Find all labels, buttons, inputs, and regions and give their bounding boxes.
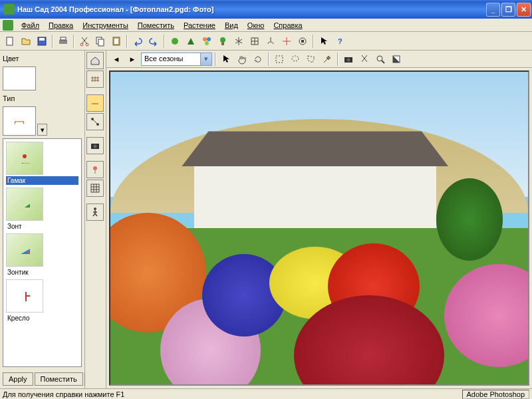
status-help-text: Для получения справки нажмите F1 <box>3 390 124 398</box>
svg-point-38 <box>93 166 97 170</box>
maximize-button[interactable]: ❐ <box>501 3 515 17</box>
type-preview[interactable] <box>3 106 36 136</box>
flower-tool[interactable] <box>86 161 104 178</box>
menubar: Файл Правка Инструменты Поместить Растен… <box>0 19 532 32</box>
color-label: Цвет <box>3 53 82 64</box>
canvas-area: ◄ ► Все сезоны ▾ <box>106 51 532 388</box>
undo-button[interactable] <box>130 34 145 49</box>
tool-5[interactable] <box>231 34 246 49</box>
minimize-button[interactable]: _ <box>486 3 500 17</box>
tool-4[interactable] <box>215 34 230 49</box>
nav-back-button[interactable]: ◄ <box>109 52 124 66</box>
tool-3[interactable] <box>200 34 214 49</box>
camera-icon[interactable] <box>341 52 356 66</box>
copy-button[interactable] <box>93 34 108 49</box>
menu-edit[interactable]: Правка <box>45 20 77 31</box>
item-label: Гамак <box>6 176 78 185</box>
scissors-icon[interactable] <box>357 52 372 66</box>
pointer-tool[interactable] <box>219 52 233 66</box>
save-button[interactable] <box>35 34 49 49</box>
svg-text:?: ? <box>338 37 342 45</box>
svg-point-13 <box>207 37 211 41</box>
help-button[interactable]: ? <box>332 34 347 49</box>
fence-tool[interactable] <box>86 70 104 88</box>
place-button[interactable]: Поместить <box>35 372 83 386</box>
redo-button[interactable] <box>146 34 161 49</box>
cut-button[interactable] <box>77 34 92 49</box>
separator <box>268 53 269 66</box>
titlebar: Наш Сад 2004 Профессионал - [Фотоплан2.p… <box>0 0 532 19</box>
contrast-tool[interactable] <box>389 52 404 66</box>
house-tool[interactable] <box>86 52 104 69</box>
spacer <box>86 132 104 136</box>
nav-fwd-button[interactable]: ► <box>125 52 140 66</box>
tool-2[interactable] <box>184 34 198 49</box>
panel-buttons: Apply Поместить ◈ <box>3 370 82 386</box>
vertical-toolbar <box>85 51 106 388</box>
wand-tool[interactable] <box>320 52 334 66</box>
apply-button[interactable]: Apply <box>3 372 33 386</box>
separator <box>164 35 165 48</box>
hand-tool[interactable] <box>235 52 249 66</box>
tool-8[interactable] <box>279 34 294 49</box>
connection-tool[interactable] <box>86 113 104 130</box>
list-item[interactable]: Зонт <box>5 186 80 232</box>
main-toolbar: ? <box>0 32 532 51</box>
walk-tool[interactable] <box>86 203 104 221</box>
tool-7[interactable] <box>263 34 278 49</box>
chevron-down-icon[interactable]: ▾ <box>201 53 212 66</box>
close-button[interactable]: ✕ <box>517 3 531 17</box>
tool-1[interactable] <box>168 34 182 49</box>
color-swatch[interactable] <box>3 66 36 90</box>
tool-9[interactable] <box>295 34 310 49</box>
canvas-viewport[interactable] <box>109 70 529 386</box>
app-icon <box>4 4 15 15</box>
separator <box>52 35 53 48</box>
object-list[interactable]: Гамак Зонт Зонтик Кресло <box>3 138 82 367</box>
new-button[interactable] <box>3 34 17 49</box>
menu-tools[interactable]: Инструменты <box>78 20 132 31</box>
svg-rect-42 <box>276 56 283 63</box>
list-item[interactable]: Кресло <box>5 278 80 324</box>
grid-tool[interactable] <box>86 180 104 197</box>
menu-help[interactable]: Справка <box>269 20 306 31</box>
item-label: Зонтик <box>6 268 78 277</box>
type-dropdown-button[interactable]: ▾ <box>37 124 47 136</box>
menu-view[interactable]: Вид <box>221 20 242 31</box>
list-item[interactable]: Гамак <box>5 140 80 186</box>
menu-plant[interactable]: Растение <box>180 20 219 31</box>
zoom-tool[interactable] <box>373 52 388 66</box>
svg-rect-22 <box>23 163 30 164</box>
menu-place[interactable]: Поместить <box>134 20 178 31</box>
svg-point-12 <box>203 37 207 41</box>
svg-point-23 <box>23 154 27 158</box>
rotate-tool[interactable] <box>251 52 265 66</box>
svg-rect-21 <box>15 121 23 122</box>
lasso-tool[interactable] <box>288 52 303 66</box>
svg-point-14 <box>205 41 209 45</box>
object-panel: Цвет Тип ▾ Гамак Зонт Зонтик <box>0 51 85 388</box>
spacer <box>86 156 104 160</box>
rect-select-tool[interactable] <box>272 52 287 66</box>
season-value: Все сезоны <box>141 53 201 66</box>
furniture-tool[interactable] <box>86 94 104 112</box>
svg-rect-40 <box>91 184 99 192</box>
print-button[interactable] <box>56 34 70 49</box>
list-item[interactable]: Зонтик <box>5 232 80 278</box>
statusbar: Для получения справки нажмите F1 Adobe P… <box>0 388 532 399</box>
svg-point-43 <box>292 56 299 61</box>
menu-file[interactable]: Файл <box>17 20 43 31</box>
camera-tool[interactable] <box>86 137 104 154</box>
window-title: Наш Сад 2004 Профессионал - [Фотоплан2.p… <box>17 5 486 13</box>
svg-rect-2 <box>39 38 45 41</box>
menu-window[interactable]: Окно <box>243 20 269 31</box>
tool-6[interactable] <box>247 34 262 49</box>
open-button[interactable] <box>19 34 33 49</box>
svg-point-45 <box>347 58 350 61</box>
select-arrow-button[interactable] <box>317 34 331 49</box>
paste-button[interactable] <box>109 34 124 49</box>
poly-select-tool[interactable] <box>304 52 319 66</box>
season-dropdown[interactable]: Все сезоны ▾ <box>141 53 212 66</box>
separator <box>126 35 128 48</box>
svg-rect-19 <box>301 40 304 43</box>
